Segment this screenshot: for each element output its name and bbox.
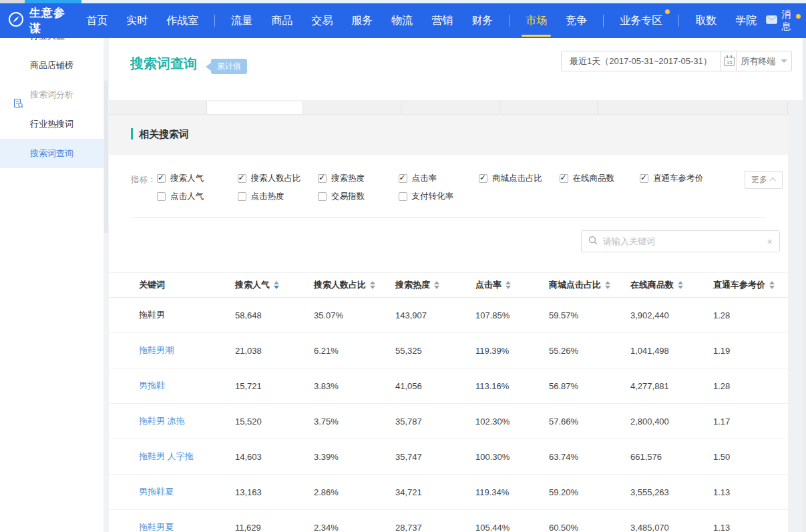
nav-item-交易[interactable]: 交易 xyxy=(302,3,342,38)
keyword-cell[interactable]: 拖鞋男 凉拖 xyxy=(139,415,235,427)
value-cell: 15,520 xyxy=(235,417,314,427)
nav-item-竞争[interactable]: 竞争 xyxy=(556,3,596,38)
checkbox-icon[interactable] xyxy=(157,174,166,183)
column-header-搜索人数占比[interactable]: 搜索人数占比 xyxy=(314,279,395,291)
checkbox-icon[interactable] xyxy=(399,192,407,201)
nav-item-label: 业务专区 xyxy=(620,15,662,26)
section-header: 相关搜索词 xyxy=(109,115,788,155)
keyword-cell[interactable]: 拖鞋男潮 xyxy=(139,344,235,356)
checkbox-icon[interactable] xyxy=(640,174,648,183)
column-header-搜索热度[interactable]: 搜索热度 xyxy=(395,279,475,291)
more-button[interactable]: 更多 xyxy=(745,171,783,189)
nav-divider xyxy=(603,15,604,27)
date-range-picker[interactable]: 最近1天（2017-05-31~2017-05-31） 15 xyxy=(561,51,739,71)
tab-strip xyxy=(109,101,788,115)
column-header-直通车参考价[interactable]: 直通车参考价 xyxy=(713,279,788,291)
metric-checkbox-点击率[interactable]: 点击率 xyxy=(399,173,479,184)
nav-item-物流[interactable]: 物流 xyxy=(382,3,422,38)
nav-item-实时[interactable]: 实时 xyxy=(117,3,157,38)
nav-item-取数[interactable]: 取数 xyxy=(686,3,726,38)
keyword-cell[interactable]: 男拖鞋夏 xyxy=(139,486,235,498)
keyword-cell[interactable]: 拖鞋男 人字拖 xyxy=(139,451,235,463)
checkbox-icon[interactable] xyxy=(157,192,166,201)
tab-4[interactable] xyxy=(499,101,598,114)
tab-0[interactable] xyxy=(109,101,207,114)
value-cell: 1.19 xyxy=(713,346,788,356)
checkbox-icon[interactable] xyxy=(318,192,327,201)
sort-down-icon xyxy=(274,286,279,289)
column-header-搜索人气[interactable]: 搜索人气 xyxy=(235,279,314,291)
tab-2[interactable] xyxy=(303,101,401,114)
nav-item-业务专区[interactable]: 业务专区 xyxy=(610,3,672,38)
checkbox-icon[interactable] xyxy=(318,174,327,183)
checkbox-icon[interactable] xyxy=(238,192,246,201)
checkbox-icon[interactable] xyxy=(399,174,407,183)
nav-item-商品[interactable]: 商品 xyxy=(262,3,302,38)
metric-checkbox-支付转化率[interactable]: 支付转化率 xyxy=(399,191,479,202)
tab-5[interactable] xyxy=(598,101,788,114)
checkbox-icon[interactable] xyxy=(238,174,246,183)
sort-icon[interactable] xyxy=(274,281,279,289)
keyword-cell[interactable]: 男拖鞋 xyxy=(139,380,235,392)
nav-item-服务[interactable]: 服务 xyxy=(342,3,382,38)
tab-3[interactable] xyxy=(401,101,499,114)
terminal-select[interactable]: 所有终端 xyxy=(736,51,792,71)
column-header-在线商品数[interactable]: 在线商品数 xyxy=(630,279,713,291)
value-cell: 59.57% xyxy=(549,310,630,320)
metric-checkbox-商城点击占比[interactable]: 商城点击占比 xyxy=(479,173,560,184)
metric-checkbox-交易指数[interactable]: 交易指数 xyxy=(318,191,399,202)
value-cell: 3,485,070 xyxy=(630,523,713,532)
sort-up-icon xyxy=(769,281,775,284)
sort-down-icon xyxy=(434,286,439,289)
nav-item-学院[interactable]: 学院 xyxy=(726,3,766,38)
checkbox-icon[interactable] xyxy=(560,174,568,183)
nav-item-营销[interactable]: 营销 xyxy=(422,3,462,38)
sort-icon[interactable] xyxy=(506,281,511,289)
metric-checkbox-搜索人气[interactable]: 搜索人气 xyxy=(157,173,238,184)
checkbox-icon[interactable] xyxy=(479,174,487,183)
metric-checkbox-直通车参考价[interactable]: 直通车参考价 xyxy=(640,173,721,184)
nav-item-作战室[interactable]: 作战室 xyxy=(157,3,208,38)
brand-name: 生意参谋 xyxy=(29,5,67,36)
value-cell: 3,555,263 xyxy=(630,487,713,497)
clear-search-icon[interactable]: × xyxy=(767,236,773,246)
sort-icon[interactable] xyxy=(434,281,439,289)
sidebar-scrollbar-thumb[interactable] xyxy=(104,80,108,234)
metrics-row-1: 搜索人气搜索人数占比搜索热度点击率商城点击占比在线商品数直通车参考价 xyxy=(157,170,735,187)
nav-item-财务[interactable]: 财务 xyxy=(462,3,502,38)
page-scrollbar[interactable] xyxy=(803,38,806,532)
sort-icon[interactable] xyxy=(769,281,775,289)
metric-checkbox-点击人气[interactable]: 点击人气 xyxy=(157,191,238,202)
keyword-cell[interactable]: 拖鞋男夏 xyxy=(139,521,235,532)
metric-checkbox-搜索热度[interactable]: 搜索热度 xyxy=(318,173,399,184)
keyword-search-input[interactable] xyxy=(603,236,761,246)
value-cell: 107.85% xyxy=(475,310,549,320)
nav-item-label: 实时 xyxy=(126,15,148,26)
sidebar-item-label: 搜索词分析 xyxy=(30,89,73,99)
value-cell: 3.83% xyxy=(314,381,395,391)
sort-icon[interactable] xyxy=(370,281,375,289)
metric-label: 点击率 xyxy=(412,173,437,184)
sort-icon[interactable] xyxy=(605,281,610,289)
column-header-点击率[interactable]: 点击率 xyxy=(475,279,549,291)
metric-label: 搜索人气 xyxy=(170,173,204,184)
value-cell: 60.50% xyxy=(549,523,630,532)
sort-icon[interactable] xyxy=(678,281,683,289)
nav-item-流量[interactable]: 流量 xyxy=(222,3,262,38)
sort-down-icon xyxy=(769,286,775,289)
nav-divider xyxy=(678,15,679,27)
sidebar-item-搜索词查询[interactable]: 搜索词查询 xyxy=(0,139,104,168)
nav-item-市场[interactable]: 市场 xyxy=(516,3,556,38)
value-cell: 143,907 xyxy=(395,310,475,320)
metric-checkbox-搜索人数占比[interactable]: 搜索人数占比 xyxy=(238,173,319,184)
nav-item-首页[interactable]: 首页 xyxy=(77,3,117,38)
tab-1[interactable] xyxy=(207,101,303,114)
metric-checkbox-在线商品数[interactable]: 在线商品数 xyxy=(560,173,640,184)
metric-label: 商城点击占比 xyxy=(492,173,542,184)
metric-checkbox-点击热度[interactable]: 点击热度 xyxy=(238,191,319,202)
sidebar-item-商品店铺榜[interactable]: 商品店铺榜 xyxy=(0,51,104,80)
message-button[interactable]: 消息 xyxy=(766,9,806,33)
column-header-商城点击占比[interactable]: 商城点击占比 xyxy=(549,279,630,291)
brand-logo[interactable]: 生意参谋 xyxy=(0,5,67,36)
sort-down-icon xyxy=(506,286,511,289)
